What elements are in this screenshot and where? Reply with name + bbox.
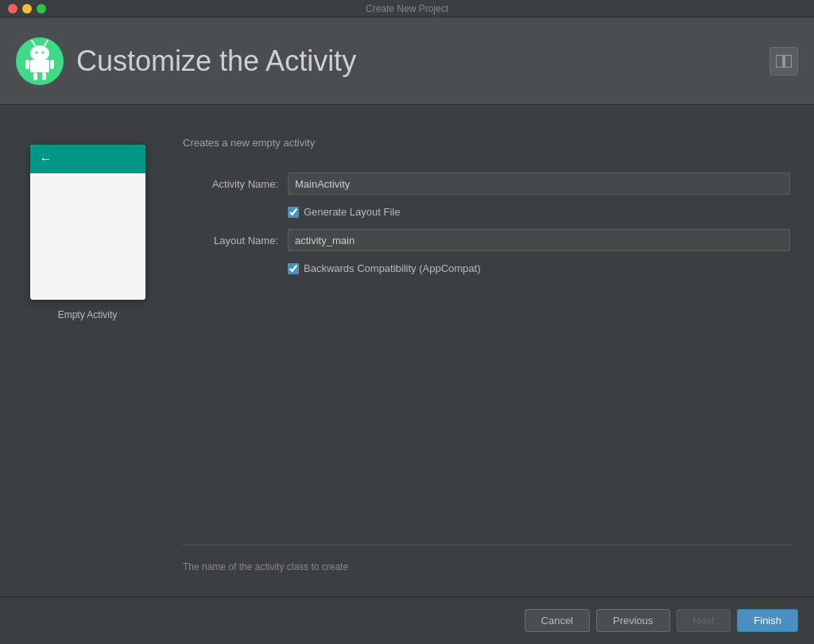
svg-text:A: A	[37, 59, 44, 70]
titlebar: Create New Project	[0, 0, 814, 17]
previous-button[interactable]: Previous	[596, 609, 670, 632]
layout-name-input[interactable]	[288, 229, 790, 251]
minimize-button[interactable]	[22, 4, 32, 14]
back-arrow-icon: ←	[40, 152, 52, 166]
layout-name-row: Layout Name:	[183, 229, 790, 251]
main-content: ← Empty Activity Creates a new empty act…	[0, 105, 814, 596]
generate-layout-checkbox[interactable]	[288, 207, 299, 218]
page-title: Customize the Activity	[76, 45, 356, 78]
hint-section: The name of the activity class to create	[183, 545, 790, 572]
layout-icon	[776, 55, 792, 68]
activity-preview-label: Empty Activity	[58, 309, 118, 320]
footer: Cancel Previous Next Finish	[0, 596, 814, 644]
layout-name-label: Layout Name:	[183, 235, 278, 246]
activity-toolbar-bar: ←	[30, 145, 145, 173]
left-panel: ← Empty Activity	[24, 129, 151, 572]
traffic-lights	[8, 4, 46, 14]
generate-layout-label[interactable]: Generate Layout File	[304, 206, 400, 218]
svg-point-3	[42, 51, 45, 53]
svg-rect-6	[50, 60, 54, 69]
activity-description: Creates a new empty activity	[183, 137, 790, 149]
maximize-button[interactable]	[37, 4, 46, 14]
layout-preview-button[interactable]	[769, 47, 798, 76]
cancel-button[interactable]: Cancel	[525, 609, 590, 632]
activity-name-label: Activity Name:	[183, 178, 278, 190]
next-button: Next	[676, 609, 731, 632]
android-logo: A	[16, 37, 64, 85]
finish-button[interactable]: Finish	[737, 609, 798, 632]
activity-name-input[interactable]	[288, 173, 790, 195]
activity-preview: ←	[30, 145, 145, 300]
page-header: A Customize the Activity	[0, 17, 814, 105]
hint-text: The name of the activity class to create	[183, 561, 790, 572]
backwards-compat-row: Backwards Compatibility (AppCompat)	[288, 262, 790, 274]
activity-name-row: Activity Name:	[183, 173, 790, 195]
svg-rect-5	[25, 60, 29, 69]
right-panel: Creates a new empty activity Activity Na…	[183, 129, 790, 572]
form-section: Activity Name: Generate Layout File Layo…	[183, 173, 790, 274]
window-title: Create New Project	[366, 3, 448, 14]
svg-rect-8	[42, 72, 46, 80]
generate-layout-row: Generate Layout File	[288, 206, 790, 218]
svg-point-2	[36, 51, 38, 53]
backwards-compat-checkbox[interactable]	[288, 263, 299, 274]
header-left: A Customize the Activity	[16, 37, 356, 85]
svg-rect-12	[776, 55, 783, 68]
svg-rect-13	[785, 55, 792, 68]
activity-body	[30, 173, 145, 300]
svg-rect-7	[33, 72, 37, 80]
backwards-compat-label[interactable]: Backwards Compatibility (AppCompat)	[304, 262, 481, 274]
close-button[interactable]	[8, 4, 17, 14]
